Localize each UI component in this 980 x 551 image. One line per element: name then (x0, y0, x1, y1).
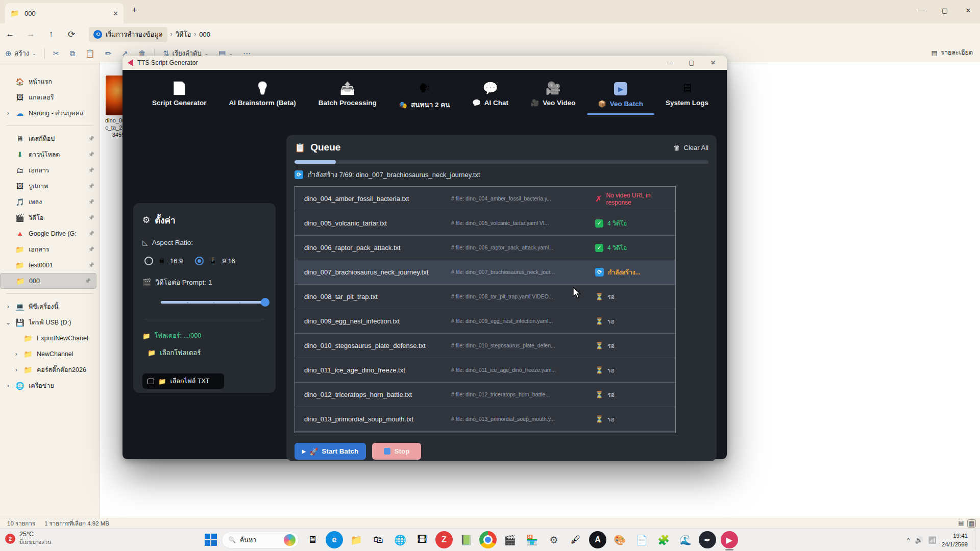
queue-row[interactable]: dino_012_triceratops_horn_battle.txt # f… (295, 383, 675, 407)
radio-16-9[interactable] (144, 257, 153, 265)
new-tab-button[interactable]: + (132, 5, 137, 16)
taskbar-app-icon[interactable]: 🧩 (655, 531, 672, 548)
queue-row[interactable]: dino_006_raptor_pack_attack.txt # file: … (295, 236, 675, 260)
choose-txt-files-button[interactable]: 📁 เลือกไฟล์ TXT (142, 373, 224, 389)
sidebar-item-videos[interactable]: 🎬 วิดีโอ 📌 (0, 210, 100, 226)
slider-knob[interactable] (261, 298, 270, 307)
sidebar-item-gallery[interactable]: 🖼 แกลเลอรี (0, 89, 100, 105)
queue-row[interactable]: dino_005_volcanic_tartar.txt # file: din… (295, 211, 675, 236)
tab-ai-chat[interactable]: 💬 💬 AI Chat (461, 79, 520, 114)
taskbar-app-icon[interactable]: 🏪 (523, 531, 541, 548)
queue-row[interactable]: dino_008_tar_pit_trap.txt # file: dino_0… (295, 285, 675, 309)
queue-row[interactable]: dino_010_stegosaurus_plate_defense.txt #… (295, 334, 675, 358)
tab-script-generator[interactable]: 📄 Script Generator (141, 79, 218, 114)
close-button[interactable]: ✕ (704, 59, 722, 66)
taskbar-app-icon[interactable]: 🌊 (677, 531, 694, 548)
weather-widget[interactable]: 2 25°C มีเมฆบางส่วน (5, 531, 51, 546)
media-app-icon[interactable]: 🎞 (413, 531, 431, 548)
chrome-icon[interactable] (479, 531, 497, 548)
sidebar-item-onedrive[interactable]: › ☁ Narong - ส่วนบุคคล (0, 105, 100, 121)
tts-app-icon-active[interactable]: ▶ (721, 531, 738, 548)
tts-title-bar[interactable]: TTS Script Generator — ▢ ✕ (122, 56, 727, 70)
paste-button[interactable]: 📋 (80, 49, 100, 58)
queue-row[interactable]: dino_004_amber_fossil_bacteria.txt # fil… (295, 187, 675, 211)
notes-app-icon[interactable]: 📄 (633, 531, 650, 548)
sidebar-item-documents-folder[interactable]: 📁 เอกสาร 📌 (0, 241, 100, 257)
settings-icon[interactable]: ⚙ (545, 531, 562, 548)
taskbar-app-icon[interactable]: 🖥 (304, 531, 321, 548)
maximize-button[interactable]: ▢ (933, 0, 957, 20)
chevron-right-icon[interactable]: › (5, 303, 11, 310)
breadcrumb-video[interactable]: วิดีโอ (176, 29, 191, 40)
tab-conversation-2[interactable]: 🗣 🎭 สนทนา 2 คน (388, 79, 461, 117)
stop-button-disabled[interactable]: Stop (372, 443, 421, 460)
back-button[interactable]: ← (0, 29, 20, 39)
queue-row[interactable]: dino_009_egg_nest_infection.txt # file: … (295, 309, 675, 334)
sidebar-item-test0001[interactable]: 📁 test0001 📌 (0, 257, 100, 273)
chevron-right-icon[interactable]: › (5, 382, 11, 389)
tab-batch-processing[interactable]: 📤 Batch Processing (307, 79, 388, 114)
chevron-right-icon[interactable]: › (5, 110, 11, 117)
browser-icon[interactable]: 🌐 (391, 531, 409, 548)
taskbar-app-icon[interactable]: 📗 (457, 531, 475, 548)
copy-button[interactable]: ⧉ (64, 49, 80, 58)
minimize-button[interactable]: — (662, 59, 679, 66)
sidebar-item-000-selected[interactable]: 📁 000 📌 (0, 273, 96, 289)
video-editor-icon[interactable]: 🎬 (501, 531, 519, 548)
sidebar-item-usb-drive[interactable]: ⌄ 💾 ไดรฟ์ USB (D:) (0, 314, 100, 330)
chevron-right-icon[interactable]: › (13, 350, 19, 358)
store-icon[interactable]: 🛍 (370, 531, 387, 548)
ink-app-icon[interactable]: ✒ (699, 531, 716, 548)
sidebar-item-network[interactable]: › 🌐 เครือข่าย (0, 378, 100, 393)
chevron-up-icon[interactable]: ^ (907, 537, 910, 544)
explorer-tab[interactable]: 📁 000 ✕ (5, 3, 124, 23)
up-button[interactable]: ↑ (41, 29, 61, 39)
breadcrumb-backup-chip[interactable]: ⟲ เริ่มการสำรองข้อมูล (89, 27, 167, 42)
tab-system-logs[interactable]: 🖥 System Logs (654, 79, 720, 114)
sidebar-item-newchannel[interactable]: › 📁 NewChannel (0, 346, 100, 362)
sidebar-item-this-pc[interactable]: › 💻 พีซีเครื่องนี้ (0, 298, 100, 314)
close-tab-icon[interactable]: ✕ (113, 10, 118, 17)
cut-button[interactable]: ✂ (48, 49, 65, 58)
view-list-toggle[interactable]: ▤ (958, 519, 964, 528)
chevron-right-icon[interactable]: › (13, 366, 19, 373)
queue-row[interactable]: dino_011_ice_age_dino_freeze.txt # file:… (295, 358, 675, 383)
forward-button[interactable]: → (20, 29, 41, 39)
close-button[interactable]: ✕ (957, 0, 980, 20)
sidebar-item-downloads[interactable]: ⬇ ดาวน์โหลด 📌 (0, 146, 100, 162)
taskbar-clock[interactable]: 19:41 24/1/2569 (942, 532, 968, 548)
sidebar-item-google-drive[interactable]: 🔺 Google Drive (G: 📌 (0, 226, 100, 241)
queue-row[interactable]: dino_013_primordial_soup_mouth.txt # fil… (295, 407, 675, 432)
windows-start-button[interactable] (204, 534, 217, 546)
sidebar-item-home[interactable]: 🏠 หน้าแรก (0, 73, 100, 89)
tab-ai-brainstorm[interactable]: 💡 AI Brainstorm (Beta) (218, 79, 307, 114)
sidebar-item-music[interactable]: 🎵 เพลง 📌 (0, 194, 100, 210)
sidebar-item-documents[interactable]: 🗂 เอกสาร 📌 (0, 162, 100, 178)
show-desktop-button[interactable] (975, 530, 977, 550)
breadcrumb-000[interactable]: 000 (199, 31, 210, 38)
start-batch-button[interactable]: ▶ 🚀 Start Batch (295, 443, 366, 460)
details-button[interactable]: ▤ รายละเอียด (932, 47, 973, 58)
taskbar-app-icon[interactable]: Z (435, 531, 453, 548)
tab-veo-video[interactable]: 🎥 🎥 Veo Video (520, 79, 587, 114)
file-explorer-icon[interactable]: 📁 (348, 531, 365, 548)
maximize-button[interactable]: ▢ (683, 59, 700, 66)
clear-all-button[interactable]: 🗑 Clear All (674, 144, 708, 152)
queue-row-active[interactable]: dino_007_brachiosaurus_neck_journey.txt … (295, 260, 675, 285)
tab-veo-batch-active[interactable]: ▶ 📦 Veo Batch (587, 79, 655, 115)
videos-per-prompt-slider[interactable] (161, 301, 265, 304)
minimize-button[interactable]: — (910, 0, 933, 20)
rename-button[interactable]: ✏ (100, 49, 117, 58)
sidebar-item-exportnewchanel[interactable]: 📁 ExportNewChanel (0, 330, 100, 346)
sidebar-item-desktop[interactable]: 🖥 เดสก์ท็อป 📌 (0, 131, 100, 146)
pen-app-icon[interactable]: 🖋 (567, 531, 584, 548)
sidebar-item-tiktok-course[interactable]: › 📁 คอร์สติ๊กต๊อก2026 (0, 362, 100, 378)
choose-folder-button[interactable]: 📁 เลือกโฟลเดอร์ (148, 347, 266, 358)
sidebar-item-pictures[interactable]: 🖼 รูปภาพ 📌 (0, 178, 100, 194)
design-app-icon[interactable]: 🎨 (611, 531, 628, 548)
view-grid-toggle[interactable]: ▦ (967, 519, 976, 528)
chevron-down-icon[interactable]: ⌄ (5, 319, 11, 326)
edge-browser-icon[interactable]: e (326, 531, 343, 548)
network-icon[interactable]: 📶 (928, 536, 937, 544)
new-button[interactable]: ⊕ สร้าง ⌄ (0, 48, 41, 59)
